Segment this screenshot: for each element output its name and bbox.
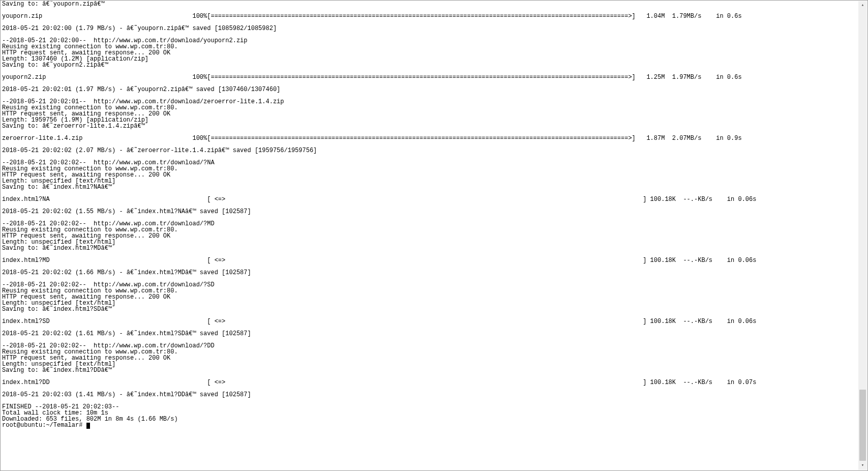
terminal-line: Saving to: â€˜youporn2.zipâ€™: [2, 62, 108, 69]
chevron-up-icon: ▴: [861, 3, 864, 8]
terminal-line: index.html?MD [ <=> ] 100.18K --.-KB/s i…: [2, 257, 756, 264]
cursor: [86, 423, 90, 429]
terminal-line: 2018-05-21 20:02:02 (1.55 MB/s) - â€˜ind…: [2, 208, 251, 215]
chevron-down-icon: ▾: [861, 463, 864, 468]
terminal-output[interactable]: Saving to: â€˜youporn.zipâ€™ youporn.zip…: [2, 1, 856, 470]
terminal-line: 2018-05-21 20:02:03 (1.41 MB/s) - â€˜ind…: [2, 391, 251, 398]
terminal-line: youporn2.zip 100%[======================…: [2, 74, 742, 81]
terminal-line: Saving to: â€˜index.html?SDâ€™: [2, 306, 112, 313]
terminal-line: 2018-05-21 20:02:02 (1.61 MB/s) - â€˜ind…: [2, 330, 251, 337]
terminal-window: Saving to: â€˜youporn.zipâ€™ youporn.zip…: [0, 0, 868, 471]
terminal-line: 2018-05-21 20:02:02 (2.07 MB/s) - â€˜zer…: [2, 147, 317, 154]
terminal-line: 2018-05-21 20:02:01 (1.97 MB/s) - â€˜you…: [2, 86, 280, 93]
terminal-line: 2018-05-21 20:02:02 (1.66 MB/s) - â€˜ind…: [2, 269, 251, 276]
terminal-line: index.html?NA [ <=> ] 100.18K --.-KB/s i…: [2, 196, 756, 203]
terminal-line: zeroerror-lite.1.4.zip 100%[============…: [2, 135, 742, 142]
terminal-line: Saving to: â€˜index.html?DDâ€™: [2, 367, 112, 374]
terminal-line: Saving to: â€˜index.html?MDâ€™: [2, 245, 112, 252]
scrollbar-down-button[interactable]: ▾: [858, 461, 867, 470]
terminal-line: Saving to: â€˜youporn.zipâ€™: [2, 1, 105, 8]
terminal-line: Saving to: â€˜index.html?NAâ€™: [2, 184, 112, 191]
terminal-line: youporn.zip 100%[=======================…: [2, 13, 742, 20]
terminal-line: 2018-05-21 20:02:00 (1.79 MB/s) - â€˜you…: [2, 25, 277, 32]
scrollbar-thumb[interactable]: [859, 390, 866, 461]
terminal-line: index.html?DD [ <=> ] 100.18K --.-KB/s i…: [2, 379, 756, 386]
scrollbar-up-button[interactable]: ▴: [858, 1, 867, 10]
scrollbar-track[interactable]: ▴ ▾: [858, 1, 867, 470]
terminal-line: index.html?SD [ <=> ] 100.18K --.-KB/s i…: [2, 318, 756, 325]
shell-prompt[interactable]: root@ubuntu:~/Temalar#: [2, 422, 86, 429]
terminal-line: Saving to: â€˜zeroerror-lite.1.4.zipâ€™: [2, 123, 145, 130]
